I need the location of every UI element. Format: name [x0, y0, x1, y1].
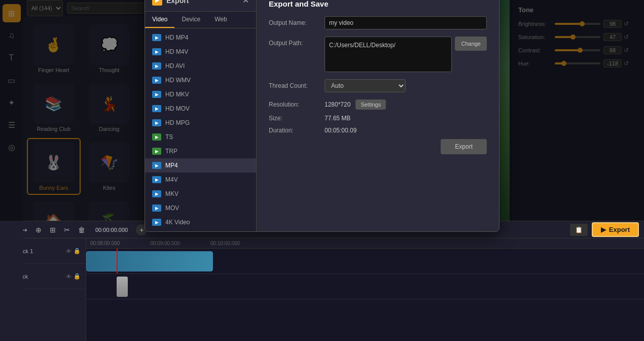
output-path-row: Output Path: C:/Users/DELL/Desktop/ Chan…: [269, 37, 487, 72]
cut-button[interactable]: ✂: [62, 225, 72, 235]
timeline-content: ▶ Track 1 👁 🔒 2 Track 👁 🔒 00:08:00.000: [0, 238, 644, 341]
track-2-controls: 👁 🔒: [66, 273, 81, 280]
track-1-controls: 👁 🔒: [66, 248, 81, 254]
format-hd-mp4[interactable]: ▶ HD MP4: [145, 30, 256, 45]
tab-device[interactable]: Device: [174, 12, 207, 28]
format-mp4[interactable]: ▶ MP4: [145, 158, 256, 173]
ruler-mark-10: 00:10:00.000: [210, 241, 240, 246]
size-value: 77.65 MB: [325, 115, 350, 122]
dialog-left-panel: ▶ Export ✕ Video Device Web ▶ HD MP4 ▶ H…: [145, 0, 257, 231]
track-row-2[interactable]: [86, 274, 644, 299]
format-icon-hd-mkv: ▶: [152, 91, 161, 98]
export-icon: ▶: [601, 226, 606, 233]
dialog-header: ▶ Export ✕: [145, 0, 256, 12]
copy-button[interactable]: ⊕: [33, 225, 44, 235]
format-icon-trp: ▶: [152, 148, 161, 155]
format-icon-hd-mpg: ▶: [152, 119, 161, 126]
track-clip-2[interactable]: [117, 277, 128, 297]
output-name-row: Output Name:: [269, 16, 487, 29]
track-clip-1[interactable]: [86, 251, 213, 271]
resolution-value: 1280*720: [325, 101, 350, 108]
format-icon-mp4: ▶: [152, 162, 161, 169]
ruler-mark-9: 00:09:00.000: [150, 241, 180, 246]
output-name-label: Output Name:: [269, 16, 325, 26]
dialog-title: Export: [166, 0, 189, 5]
export-dialog-button[interactable]: Export: [441, 139, 487, 154]
format-trp[interactable]: ▶ TRP: [145, 144, 256, 158]
paste-button[interactable]: ⊞: [48, 225, 58, 235]
format-icon-hd-avi: ▶: [152, 62, 161, 70]
format-hd-mkv[interactable]: ▶ HD MKV: [145, 87, 256, 101]
thread-count-row: Thread Count: Auto: [269, 79, 487, 92]
format-mov[interactable]: ▶ MOV: [145, 201, 256, 215]
export-top-button[interactable]: ▶ Export: [592, 222, 639, 237]
track-1-eye-button[interactable]: 👁: [66, 248, 71, 254]
export-dialog: ▶ Export ✕ Video Device Web ▶ HD MP4 ▶ H…: [145, 0, 499, 232]
delete-button[interactable]: 🗑: [76, 225, 87, 235]
format-hd-mpg[interactable]: ▶ HD MPG: [145, 116, 256, 130]
app-logo: ▶: [152, 0, 162, 6]
format-4k-video[interactable]: ▶ 4K Video: [145, 215, 256, 229]
format-ts[interactable]: ▶ TS: [145, 130, 256, 144]
format-hd-m4v[interactable]: ▶ HD M4V: [145, 45, 256, 59]
thread-count-label: Thread Count:: [269, 79, 325, 89]
format-icon-hd-mp4: ▶: [152, 34, 161, 41]
thread-count-select[interactable]: Auto: [325, 79, 406, 92]
format-icon-mkv: ▶: [152, 190, 161, 197]
output-path-label: Output Path:: [269, 37, 325, 47]
timeline-current-time: 00:00:00.000: [95, 227, 128, 233]
tab-video[interactable]: Video: [145, 12, 174, 28]
output-path-row-inner: C:/Users/DELL/Desktop/ Change: [325, 37, 487, 72]
format-mkv[interactable]: ▶ MKV: [145, 187, 256, 201]
output-name-input[interactable]: [325, 16, 487, 29]
track-2-lock-button[interactable]: 🔒: [74, 273, 81, 280]
timeline-tracks: 00:08:00.000 00:09:00.000 00:10:00.000: [86, 238, 644, 341]
dialog-right-panel: Export and Save Output Name: Output Path…: [257, 0, 499, 231]
format-icon-ts: ▶: [152, 133, 161, 141]
timeline-export-icon[interactable]: 📋: [570, 224, 588, 236]
resolution-label: Resolution:: [269, 101, 325, 108]
track-1-lock-button[interactable]: 🔒: [74, 248, 81, 254]
duration-label: Duration:: [269, 127, 325, 134]
thread-count-content: Auto: [325, 79, 487, 92]
duration-value: 00:05:00.09: [325, 127, 356, 134]
format-list: ▶ HD MP4 ▶ HD M4V ▶ HD AVI ▶ HD WMV ▶: [145, 28, 256, 231]
settings-button[interactable]: Settings: [355, 99, 386, 110]
export-section-title: Export and Save: [269, 0, 487, 8]
timeline-area: ↩ ↪ ⊕ ⊞ ✂ 🗑 00:00:00.000 + 📋 ▶ Export ▶ …: [0, 221, 644, 341]
format-hd-wmv[interactable]: ▶ HD WMV: [145, 73, 256, 87]
ruler-mark-8: 00:08:00.000: [90, 241, 120, 246]
format-icon-mov: ▶: [152, 204, 161, 212]
format-hd-mov[interactable]: ▶ HD MOV: [145, 101, 256, 116]
size-label: Size:: [269, 115, 325, 122]
export-top-label: Export: [609, 226, 630, 233]
format-hd-avi[interactable]: ▶ HD AVI: [145, 59, 256, 73]
format-m4v[interactable]: ▶ M4V: [145, 173, 256, 187]
dialog-tabs: Video Device Web: [145, 12, 256, 28]
track-2-eye-button[interactable]: 👁: [66, 273, 71, 280]
format-icon-hd-wmv: ▶: [152, 77, 161, 84]
format-icon-hd-mov: ▶: [152, 105, 161, 112]
timeline-ruler: 00:08:00.000 00:09:00.000 00:10:00.000: [86, 238, 644, 249]
tab-web[interactable]: Web: [207, 12, 234, 28]
duration-row: Duration: 00:05:00.09: [269, 127, 487, 134]
export-overlay: ▶ Export ✕ Video Device Web ▶ HD MP4 ▶ H…: [0, 0, 644, 221]
close-icon[interactable]: ✕: [242, 0, 249, 5]
playhead: [117, 249, 118, 274]
resolution-row: Resolution: 1280*720 Settings: [269, 99, 487, 110]
size-row: Size: 77.65 MB: [269, 115, 487, 122]
format-icon-hd-m4v: ▶: [152, 48, 161, 55]
export-actions: Export: [269, 139, 487, 154]
track-row-1[interactable]: [86, 249, 644, 274]
format-icon-m4v: ▶: [152, 176, 161, 183]
output-name-content: [325, 16, 487, 29]
format-icon-4k-video: ▶: [152, 219, 161, 226]
output-path-content: C:/Users/DELL/Desktop/ Change: [325, 37, 487, 72]
output-path-display: C:/Users/DELL/Desktop/: [325, 37, 452, 72]
change-path-button[interactable]: Change: [455, 37, 487, 51]
